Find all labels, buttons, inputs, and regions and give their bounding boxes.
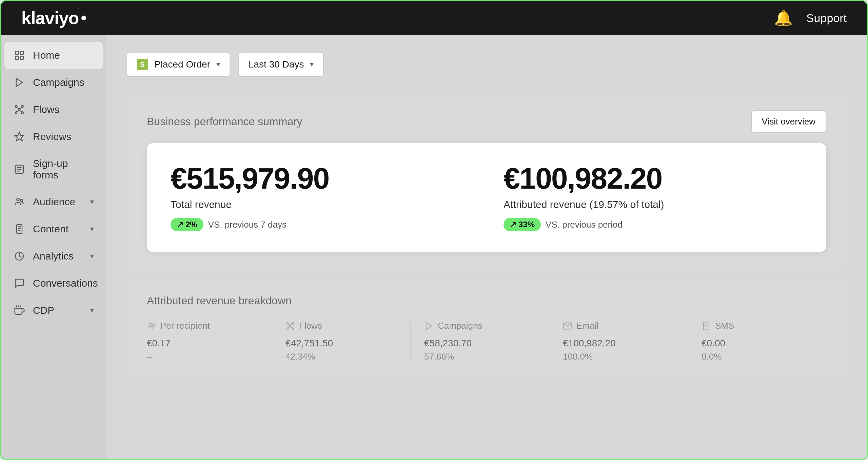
svg-point-8 (15, 112, 17, 114)
sidebar-item-reviews[interactable]: Reviews (1, 123, 106, 150)
per-recipient-pct: – (147, 351, 258, 362)
svg-line-39 (290, 327, 293, 328)
up-arrow-icon-2: ↗ (510, 220, 516, 229)
sidebar-item-analytics[interactable]: Analytics ▾ (1, 243, 106, 270)
svg-point-19 (17, 198, 19, 201)
event-filter-button[interactable]: S Placed Order ▾ (126, 52, 230, 77)
date-filter-button[interactable]: Last 30 Days ▾ (238, 52, 324, 77)
svg-line-38 (288, 327, 290, 328)
svg-marker-4 (16, 78, 23, 87)
per-recipient-value: €0.17 (147, 338, 258, 349)
breakdown-card: Attributed revenue breakdown Per recipie… (126, 278, 847, 378)
svg-rect-0 (15, 51, 18, 54)
cdp-chevron-icon: ▾ (90, 306, 94, 315)
sidebar: Home Campaigns Flows Reviews (1, 35, 106, 459)
shopify-icon: S (137, 59, 148, 70)
svg-line-11 (19, 107, 22, 109)
svg-line-12 (16, 111, 19, 112)
audience-chevron-icon: ▾ (90, 197, 94, 206)
svg-rect-3 (20, 56, 23, 59)
audience-nav-icon (13, 196, 25, 208)
sidebar-item-audience-label: Audience (33, 196, 75, 208)
sms-breakdown-icon (702, 321, 711, 331)
content-chevron-icon: ▾ (90, 225, 94, 233)
sidebar-item-cdp-label: CDP (33, 305, 54, 316)
logo: klaviyo (21, 8, 86, 28)
sidebar-item-conversations-label: Conversations (33, 277, 98, 289)
breakdown-grid: Per recipient €0.17 – (147, 321, 826, 362)
svg-point-32 (292, 322, 294, 324)
email-breakdown-label: Email (576, 321, 598, 331)
sidebar-item-home[interactable]: Home (4, 42, 103, 69)
home-icon (13, 49, 25, 61)
campaigns-header: Campaigns (424, 321, 535, 331)
event-filter-chevron-icon: ▾ (216, 60, 220, 69)
flows-nav-icon (13, 103, 25, 116)
svg-rect-21 (17, 225, 22, 234)
svg-point-20 (20, 199, 23, 202)
visit-overview-button[interactable]: Visit overview (751, 110, 826, 133)
per-recipient-icon (147, 321, 156, 331)
attributed-revenue-value: €100,982.20 (504, 164, 803, 193)
email-pct: 100.0% (563, 351, 674, 362)
sms-value: €0.00 (702, 338, 813, 349)
business-performance-card: Business performance summary Visit overv… (126, 94, 847, 268)
sms-header: SMS (702, 321, 813, 331)
sidebar-item-conversations[interactable]: Conversations (1, 270, 106, 297)
sidebar-item-home-label: Home (33, 50, 60, 61)
total-revenue-badge: ↗ 2% (171, 218, 203, 231)
attributed-revenue-label: Attributed revenue (19.57% of total) (504, 199, 803, 210)
sidebar-item-audience[interactable]: Audience ▾ (1, 188, 106, 215)
svg-rect-1 (20, 51, 23, 54)
conversations-nav-icon (13, 277, 25, 289)
campaigns-nav-icon (13, 76, 25, 89)
breakdown-per-recipient: Per recipient €0.17 – (147, 321, 272, 362)
campaigns-pct: 57.66% (424, 351, 535, 362)
reviews-nav-icon (13, 131, 25, 143)
analytics-chevron-icon: ▾ (90, 252, 94, 261)
email-value: €100,982.20 (563, 338, 674, 349)
svg-line-36 (288, 324, 290, 325)
total-revenue-metric: €515,979.90 Total revenue ↗ 2% VS. previ… (171, 164, 470, 231)
total-revenue-value: €515,979.90 (171, 164, 470, 193)
svg-marker-40 (426, 322, 432, 329)
sidebar-item-content[interactable]: Content ▾ (1, 215, 106, 243)
per-recipient-label: Per recipient (160, 321, 210, 331)
attributed-revenue-badge: ↗ 33% (504, 218, 541, 231)
signup-forms-nav-icon (13, 163, 25, 175)
flows-breakdown-icon (285, 321, 295, 331)
svg-point-6 (22, 106, 23, 107)
sidebar-item-signup-forms[interactable]: Sign-up forms (1, 150, 106, 188)
main-layout: Home Campaigns Flows Reviews (1, 35, 867, 459)
flows-pct: 42.34% (285, 351, 397, 362)
cdp-nav-icon (13, 304, 25, 317)
svg-marker-14 (15, 132, 24, 141)
sidebar-item-flows[interactable]: Flows (1, 96, 106, 123)
sidebar-item-content-label: Content (33, 223, 68, 235)
breakdown-campaigns: Campaigns €58,230.70 57.66% (411, 321, 549, 362)
up-arrow-icon: ↗ (177, 220, 183, 229)
breakdown-flows: Flows €42,751.50 42.34% (272, 321, 411, 362)
support-link[interactable]: Support (806, 12, 847, 25)
sidebar-item-reviews-label: Reviews (33, 131, 71, 142)
bps-header: Business performance summary Visit overv… (147, 110, 826, 133)
svg-point-34 (287, 328, 289, 329)
attributed-revenue-metric: €100,982.20 Attributed revenue (19.57% o… (504, 164, 803, 231)
breakdown-sms: SMS €0.00 0.0% (688, 321, 826, 362)
total-revenue-change: ↗ 2% VS. previous 7 days (171, 218, 470, 231)
sidebar-item-campaigns[interactable]: Campaigns (1, 69, 106, 96)
total-revenue-label: Total revenue (171, 199, 470, 210)
bps-title: Business performance summary (147, 115, 302, 128)
flows-breakdown-label: Flows (299, 321, 322, 331)
svg-point-5 (15, 106, 17, 107)
sidebar-item-cdp[interactable]: CDP ▾ (1, 297, 106, 324)
flows-header: Flows (285, 321, 397, 331)
email-breakdown-icon (563, 321, 572, 331)
campaigns-breakdown-icon (424, 321, 434, 331)
analytics-nav-icon (13, 250, 25, 262)
content-nav-icon (13, 223, 25, 235)
notification-bell-icon[interactable]: 🔔 (774, 9, 793, 27)
svg-point-29 (149, 323, 152, 325)
sidebar-item-flows-label: Flows (33, 104, 59, 115)
svg-point-33 (290, 325, 291, 327)
